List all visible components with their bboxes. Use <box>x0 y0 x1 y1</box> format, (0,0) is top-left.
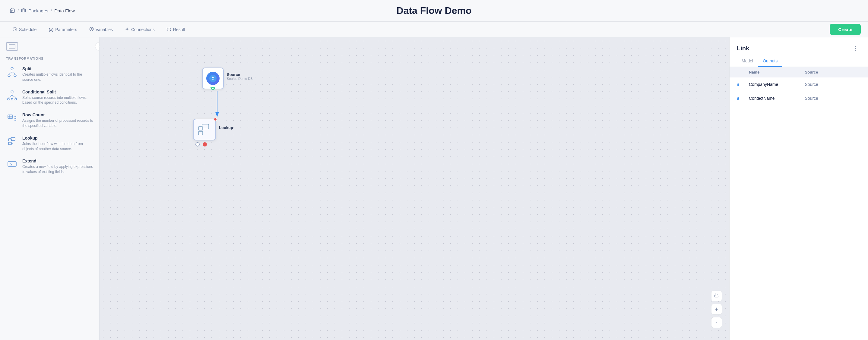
extend-icon: fx <box>6 159 18 169</box>
connector-1 <box>195 142 200 146</box>
transformations-label: TRANSFORMATIONS <box>0 53 99 63</box>
transform-extend[interactable]: fx Extend Creates a new field by applyin… <box>0 155 99 178</box>
col-type-header <box>737 70 749 74</box>
extend-info: Extend Creates a new field by applying e… <box>22 159 93 174</box>
tab-model[interactable]: Model <box>737 56 758 67</box>
conditional-split-desc: Splits source records into multiple flow… <box>22 95 93 105</box>
lookup-info: Lookup Joins the input flow with the dat… <box>22 136 93 151</box>
connector-2 <box>203 142 207 146</box>
top-header: / Packages / Data Flow Data Flow Demo <box>0 0 868 22</box>
svg-line-8 <box>12 72 15 74</box>
source-node-labels: Source Source Demo DB <box>227 68 253 80</box>
svg-rect-25 <box>8 142 11 145</box>
right-panel-title: Link <box>737 45 749 52</box>
right-tabs: Model Outputs <box>730 56 868 67</box>
transform-conditional-split[interactable]: Conditional Split Splits source records … <box>0 86 99 109</box>
cell-name-2: ContactName <box>749 96 805 101</box>
conditional-split-name: Conditional Split <box>22 90 93 94</box>
conditional-split-icon <box>6 90 18 100</box>
source-node-icon <box>206 72 220 85</box>
hand-tool-button[interactable] <box>711 291 722 301</box>
canvas-controls <box>711 291 722 328</box>
page-title: Data Flow Demo <box>397 5 472 16</box>
svg-rect-32 <box>202 124 209 129</box>
cell-source-1: Source <box>805 82 861 87</box>
left-panel: ‹ TRANSFORMATIONS <box>0 37 99 340</box>
source-node[interactable]: Source Source Demo DB <box>202 68 253 89</box>
svg-line-7 <box>9 72 12 74</box>
extend-desc: Creates a new field by applying expressi… <box>22 164 93 174</box>
table-row[interactable]: a ContactName Source <box>730 91 868 105</box>
tab-outputs[interactable]: Outputs <box>758 56 782 67</box>
packages-link[interactable]: Packages <box>28 8 48 13</box>
source-label: Source <box>227 72 253 77</box>
source-node-box[interactable] <box>202 68 224 89</box>
row-count-icon <box>6 112 18 123</box>
tab-result-label: Result <box>173 27 185 32</box>
split-name: Split <box>22 66 93 71</box>
svg-point-9 <box>8 74 10 76</box>
lookup-desc: Joins the input flow with the data from … <box>22 141 93 151</box>
lookup-label: Lookup <box>219 125 233 130</box>
svg-text:fx: fx <box>10 162 12 166</box>
svg-line-13 <box>8 95 12 98</box>
breadcrumb-sep-2: / <box>51 8 52 13</box>
row-count-desc: Assigns the number of processed records … <box>22 118 93 128</box>
split-info: Split Creates multiple flows identical t… <box>22 66 93 82</box>
table-header: Name Source <box>730 67 868 77</box>
connections-icon <box>125 27 129 32</box>
transform-lookup[interactable]: Lookup Joins the input flow with the dat… <box>0 132 99 155</box>
tab-parameters-label: Parameters <box>55 27 77 32</box>
outputs-table: Name Source a CompanyName Source a Conta… <box>730 67 868 340</box>
transform-split[interactable]: Split Creates multiple flows identical t… <box>0 63 99 86</box>
parameters-icon: (x) <box>49 27 53 32</box>
lookup-node[interactable]: Lookup <box>193 119 233 146</box>
schedule-icon <box>13 27 17 32</box>
lookup-node-box[interactable] <box>193 119 216 140</box>
tab-variables[interactable]: Variables <box>84 25 118 35</box>
tab-schedule[interactable]: Schedule <box>7 25 42 35</box>
svg-rect-34 <box>198 131 203 135</box>
cell-source-2: Source <box>805 96 861 101</box>
tab-parameters[interactable]: (x) Parameters <box>43 25 82 35</box>
svg-point-5 <box>11 68 13 70</box>
svg-point-37 <box>716 322 717 323</box>
toolbar-icon-box <box>6 42 18 50</box>
flow-arrow <box>211 91 223 118</box>
svg-point-29 <box>209 75 217 82</box>
split-desc: Creates multiple flows identical to the … <box>22 72 93 82</box>
table-row[interactable]: a CompanyName Source <box>730 77 868 91</box>
svg-rect-4 <box>9 44 16 48</box>
zoom-in-button[interactable] <box>711 304 722 315</box>
right-panel-header: Link ⋮ <box>730 37 868 53</box>
lookup-error-dot <box>214 117 217 121</box>
zoom-more-button[interactable] <box>711 317 722 328</box>
more-options-button[interactable]: ⋮ <box>850 43 861 53</box>
tab-connections[interactable]: Connections <box>119 25 160 35</box>
transform-row-count[interactable]: Row Count Assigns the number of processe… <box>0 109 99 132</box>
source-sublabel: Source Demo DB <box>227 77 253 80</box>
conditional-split-info: Conditional Split Splits source records … <box>22 90 93 105</box>
breadcrumb-icon-packages <box>21 8 26 13</box>
split-icon <box>6 66 18 77</box>
canvas-area[interactable]: Source Source Demo DB <box>99 37 729 340</box>
tab-result[interactable]: Result <box>161 25 191 35</box>
tab-connections-label: Connections <box>131 27 155 32</box>
variables-icon <box>89 27 94 32</box>
svg-point-16 <box>7 98 9 100</box>
svg-point-3 <box>127 28 128 30</box>
create-button[interactable]: Create <box>830 24 861 35</box>
lookup-labels: Lookup <box>219 119 233 130</box>
svg-point-11 <box>11 91 13 93</box>
svg-line-15 <box>12 95 16 98</box>
svg-rect-0 <box>22 9 26 12</box>
breadcrumb-sep-1: / <box>18 8 19 13</box>
lookup-name: Lookup <box>22 136 93 140</box>
home-icon[interactable] <box>10 7 15 14</box>
svg-point-18 <box>15 98 17 100</box>
col-name-header: Name <box>749 70 805 74</box>
col-source-header: Source <box>805 70 861 74</box>
panel-toolbar <box>0 37 99 53</box>
breadcrumb-current: Data Flow <box>54 8 75 13</box>
cell-name-1: CompanyName <box>749 82 805 87</box>
